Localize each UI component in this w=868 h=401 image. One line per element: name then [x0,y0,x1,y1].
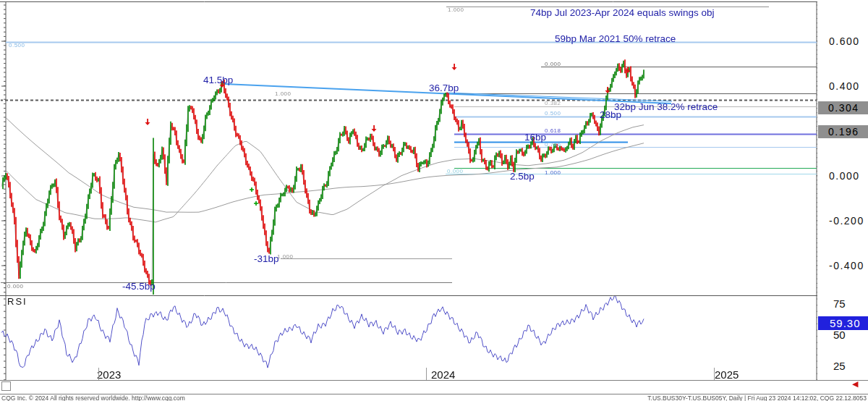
time-axis-year-label: 2023 [97,369,121,380]
rsi-axis-label: 50 [833,329,846,340]
price-annotation[interactable]: 41.5bp [203,75,233,85]
year-divider [714,368,715,380]
price-annotation[interactable]: 16bp [524,132,546,143]
fib-level-label: 0.000 [447,169,464,174]
fib-level-label: 0.786 [545,142,561,148]
corner-checkbox[interactable] [1,381,11,391]
rsi-pane-title: RSI [7,297,27,306]
rsi-value-badge: 59.30 [818,316,868,330]
time-axis-year-label: 2024 [431,369,455,380]
scroll-to-latest-arrow-icon[interactable]: ◀ [852,379,858,389]
status-bar: CQG Inc. © 2024 All rights reserved worl… [0,394,868,401]
fib-level-label: 0.500 [9,43,25,48]
price-axis-label: -0.400 [829,261,864,271]
price-annotation[interactable]: -45.5bp [122,282,156,292]
year-divider [426,368,427,380]
price-axis-label: 0.000 [829,171,860,181]
price-level-badge: 0.196 [818,125,868,138]
price-axis-label: 0.600 [829,36,860,46]
fib-level-label: 0.618 [545,128,561,134]
status-symbol-info: T.US.BUS30Y-T.US.BUS05Y, Daily | Fri Aug… [647,394,867,401]
price-level-badge: 0.304 [818,101,868,114]
price-annotation[interactable]: 2.5bp [510,172,535,182]
fib-level-label: 0.382 [545,101,561,106]
time-axis-year-label: 2025 [715,369,739,380]
fib-level-label: 1.000 [448,7,464,13]
fib-level-label: 1.000 [545,170,561,176]
fib-level-label: 1.000 [277,254,294,260]
price-annotation[interactable]: 74bp Jul 2023-Apr 2024 equals swings obj [530,8,714,18]
price-annotation[interactable]: 28bp [600,110,621,120]
fib-level-label: 1.000 [275,91,292,97]
fib-level-label: 0.000 [545,62,561,67]
year-divider [98,368,99,380]
price-axis-label: -0.200 [829,216,864,226]
price-annotation[interactable]: -31bp [254,254,279,264]
cqg-chart-window: 74bp Jul 2023-Apr 2024 equals swings obj… [0,0,868,401]
fib-level-label: 0.500 [545,111,561,117]
status-copyright: CQG Inc. © 2024 All rights reserved worl… [1,394,185,401]
rsi-axis-label: 75 [833,298,846,309]
price-axis-label: 0.400 [829,81,860,91]
time-axis-band[interactable] [0,380,868,394]
rsi-axis-label: 25 [833,360,846,371]
fib-level-label: 0.000 [7,284,24,290]
chart-canvas[interactable] [0,0,817,394]
price-annotation[interactable]: 59bp Mar 2021 50% retrace [555,34,676,44]
price-annotation[interactable]: 32bp Jun 38.2% retrace [614,102,718,112]
price-annotation[interactable]: 36.7bp [429,83,459,93]
